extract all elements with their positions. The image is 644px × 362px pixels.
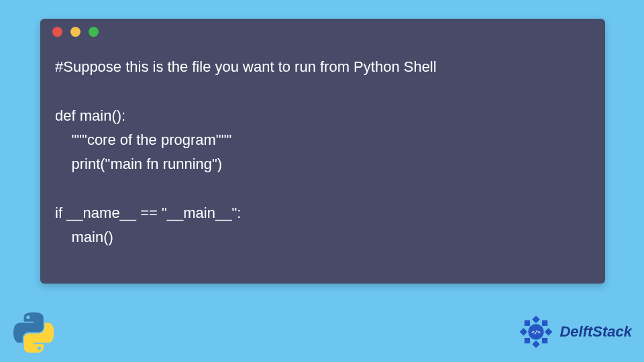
python-logo-icon: [13, 312, 54, 353]
svg-marker-1: [533, 341, 541, 349]
delftstack-brand-text: DelftStack: [559, 323, 632, 341]
delftstack-emblem-icon: </>: [517, 312, 555, 351]
svg-text:</>: </>: [532, 329, 541, 335]
minimize-dot-icon: [70, 27, 80, 37]
svg-marker-2: [520, 328, 528, 336]
maximize-dot-icon: [89, 27, 99, 37]
delftstack-logo: </> DelftStack: [517, 312, 632, 351]
svg-marker-0: [533, 316, 541, 324]
close-dot-icon: [52, 27, 62, 37]
svg-marker-3: [545, 328, 553, 336]
code-content: #Suppose this is the file you want to ru…: [40, 44, 605, 264]
window-titlebar: [40, 19, 605, 44]
code-window: #Suppose this is the file you want to ru…: [40, 19, 605, 284]
